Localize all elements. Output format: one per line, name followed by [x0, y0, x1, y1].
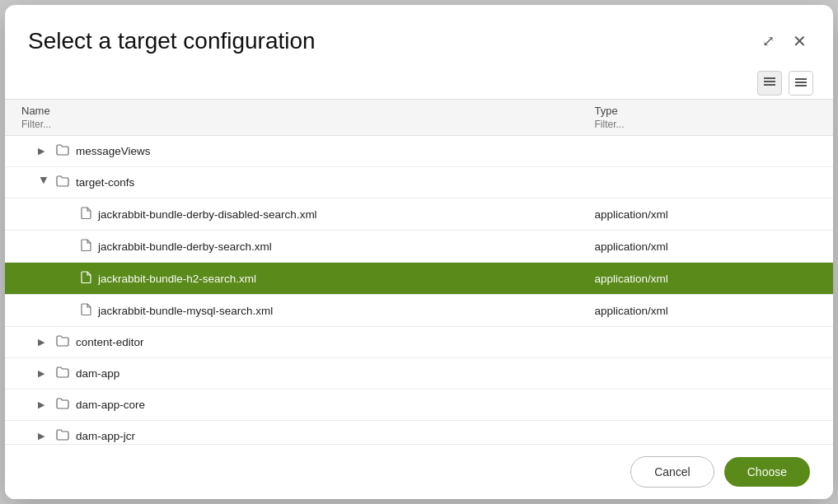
file-icon [81, 271, 91, 286]
table-header-row: Name Type [5, 100, 833, 136]
row-type: application/xml [585, 263, 834, 295]
table-row[interactable]: ▶target-confs [5, 167, 833, 198]
view-menu-button[interactable] [789, 71, 813, 96]
expand-icon: ⤢ [762, 32, 775, 50]
row-label: target-confs [76, 176, 134, 189]
cancel-button[interactable]: Cancel [630, 456, 714, 488]
chevron-icon: ▶ [38, 399, 49, 410]
row-label: jackrabbit-bundle-h2-search.xml [98, 273, 256, 285]
row-label: content-editor [76, 336, 144, 348]
table-row[interactable]: ▶dam-app-core [5, 390, 833, 421]
row-type: application/xml [585, 295, 834, 327]
chevron-icon: ▶ [38, 337, 49, 348]
table-row[interactable]: ▶messageViews [5, 136, 833, 167]
row-label: dam-app [76, 367, 119, 380]
row-type: application/xml [585, 198, 834, 231]
table-row[interactable]: jackrabbit-bundle-derby-disabled-search.… [5, 198, 833, 231]
row-label: dam-app-jcr [76, 430, 135, 442]
table-row[interactable]: ▶content-editor [5, 327, 833, 358]
folder-icon [56, 144, 69, 158]
file-icon [81, 239, 91, 254]
svg-rect-5 [795, 82, 807, 83]
name-filter-input[interactable] [21, 119, 575, 130]
table-row[interactable]: jackrabbit-bundle-derby-search.xmlapplic… [5, 231, 833, 263]
row-type [585, 167, 834, 198]
file-table: Name Type ▶messageViews▶target-confsjack… [5, 100, 833, 444]
svg-rect-1 [764, 81, 775, 82]
row-label: jackrabbit-bundle-mysql-search.xml [98, 305, 273, 317]
col-type-header: Type [585, 100, 834, 136]
dialog: Select a target configuration ⤢ ✕ [5, 5, 833, 499]
type-filter-input[interactable] [595, 119, 824, 130]
folder-icon [56, 175, 69, 189]
folder-icon [56, 366, 69, 380]
row-type [585, 136, 834, 167]
header-actions: ⤢ ✕ [759, 28, 810, 54]
table-row[interactable]: jackrabbit-bundle-mysql-search.xmlapplic… [5, 295, 833, 327]
choose-button[interactable]: Choose [724, 457, 810, 487]
row-label: messageViews [76, 145, 151, 157]
row-type [585, 358, 834, 390]
chevron-icon: ▶ [38, 431, 49, 441]
close-button[interactable]: ✕ [789, 28, 810, 54]
svg-rect-3 [764, 84, 775, 86]
row-label: jackrabbit-bundle-derby-search.xml [98, 240, 272, 253]
row-type [585, 327, 834, 358]
modal-footer: Cancel Choose [5, 444, 833, 499]
close-icon: ✕ [793, 31, 807, 51]
folder-icon [56, 429, 69, 443]
file-icon [81, 303, 91, 318]
row-type [585, 390, 834, 421]
list-view-icon [764, 77, 775, 91]
row-type: application/xml [585, 231, 834, 263]
folder-icon [56, 398, 69, 412]
col-name-header: Name [5, 100, 585, 136]
table-row[interactable]: jackrabbit-bundle-h2-search.xmlapplicati… [5, 263, 833, 295]
expand-button[interactable]: ⤢ [759, 29, 778, 54]
menu-view-icon [795, 77, 807, 91]
view-list-button[interactable] [757, 71, 782, 96]
table-row[interactable]: ▶dam-app-jcr [5, 421, 833, 445]
table-row[interactable]: ▶dam-app [5, 358, 833, 390]
svg-rect-0 [764, 77, 775, 79]
chevron-icon: ▶ [38, 146, 49, 156]
row-label: jackrabbit-bundle-derby-disabled-search.… [98, 208, 317, 221]
modal-header: Select a target configuration ⤢ ✕ [5, 5, 833, 68]
modal-title: Select a target configuration [28, 28, 316, 54]
svg-rect-6 [795, 85, 807, 86]
chevron-icon: ▶ [38, 368, 49, 379]
row-type [585, 421, 834, 445]
modal-overlay: Select a target configuration ⤢ ✕ [0, 0, 838, 504]
chevron-icon: ▶ [39, 177, 49, 189]
row-label: dam-app-core [76, 399, 145, 411]
file-table-container: Name Type ▶messageViews▶target-confsjack… [5, 99, 833, 444]
svg-rect-4 [795, 78, 807, 80]
folder-icon [56, 335, 69, 349]
file-icon [81, 207, 91, 222]
toolbar [5, 68, 833, 99]
